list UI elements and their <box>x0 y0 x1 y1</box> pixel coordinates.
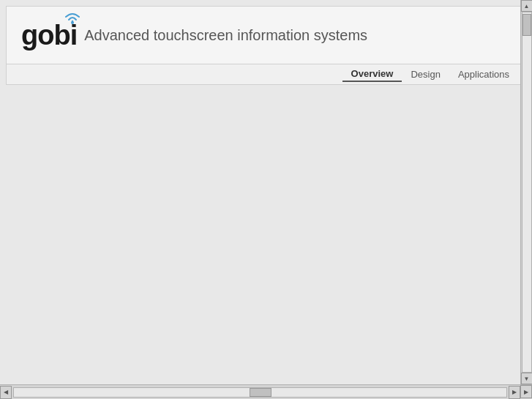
scroll-track-horizontal <box>13 387 507 398</box>
logo-area: gobi Advanced touchscreen information sy… <box>21 20 367 51</box>
nav-bar: Overview Design Applications <box>6 64 526 85</box>
header-banner: gobi Advanced touchscreen information sy… <box>6 6 526 64</box>
bottom-bar: ◀ ▶ ▶ <box>0 384 532 399</box>
content-area: gobi Advanced touchscreen information sy… <box>0 0 532 399</box>
logo-wrapper: gobi <box>21 20 77 51</box>
scroll-right-corner-button[interactable]: ▶ <box>520 385 532 398</box>
scroll-thumb-horizontal[interactable] <box>250 388 271 397</box>
browser-frame: gobi Advanced touchscreen information sy… <box>0 0 532 399</box>
nav-item-design[interactable]: Design <box>402 67 449 81</box>
scroll-left-button[interactable]: ◀ <box>0 386 12 399</box>
scroll-track-vertical <box>522 12 532 373</box>
page-content: gobi Advanced touchscreen information sy… <box>0 0 532 399</box>
svg-point-0 <box>71 21 74 24</box>
horizontal-scrollbar: ◀ ▶ <box>0 385 520 399</box>
tagline: Advanced touchscreen information systems <box>84 27 367 44</box>
main-content-area <box>6 85 526 399</box>
scroll-right-button-bottom[interactable]: ▶ <box>509 386 520 399</box>
right-scrollbar: ▲ ▼ <box>520 0 532 384</box>
scroll-thumb-vertical[interactable] <box>522 14 531 36</box>
nav-item-overview[interactable]: Overview <box>342 67 402 82</box>
logo-text: gobi <box>21 20 77 51</box>
nav-item-applications[interactable]: Applications <box>449 67 518 81</box>
scroll-down-button[interactable]: ▼ <box>521 373 533 384</box>
wifi-icon <box>62 11 83 24</box>
scroll-up-button[interactable]: ▲ <box>521 0 533 12</box>
